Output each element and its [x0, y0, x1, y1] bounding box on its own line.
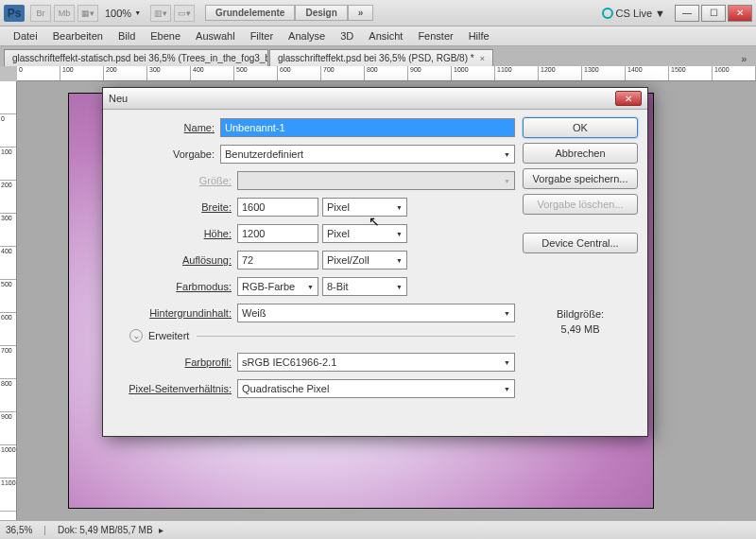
save-preset-button[interactable]: Vorgabe speichern...	[523, 168, 638, 189]
maximize-button[interactable]: ☐	[701, 5, 726, 22]
close-button[interactable]: ✕	[728, 5, 752, 22]
menu-filter[interactable]: Filter	[243, 28, 281, 43]
colorprofile-dropdown[interactable]: sRGB IEC61966-2.1▼	[237, 353, 515, 372]
background-label: Hintergrundinhalt:	[112, 307, 237, 319]
menu-bild[interactable]: Bild	[111, 28, 143, 43]
new-document-dialog: Neu ✕ Name: Unbenannt-1 Vorgabe: Benutze…	[102, 87, 648, 437]
chevron-icon: ⌵	[129, 329, 143, 342]
document-tab[interactable]: glasschrifteffekt-statisch.psd bei 36,5%…	[4, 49, 268, 66]
menu-bearbeiten[interactable]: Bearbeiten	[45, 28, 111, 43]
height-unit-dropdown[interactable]: Pixel▼	[322, 224, 407, 243]
device-central-button[interactable]: Device Central...	[523, 233, 638, 253]
filesize-label: Bildgröße:	[523, 308, 638, 320]
bridge-icon[interactable]: Br	[30, 5, 51, 22]
dialog-titlebar[interactable]: Neu ✕	[103, 88, 647, 110]
screenmode-icon[interactable]: ▭▾	[174, 5, 195, 22]
workspace-tab-design[interactable]: Design	[295, 5, 347, 21]
statusbar: 36,5% | Dok: 5,49 MB/85,7 MB ▸	[0, 520, 756, 539]
width-input[interactable]: 1600	[237, 198, 318, 217]
minibridge-icon[interactable]: Mb	[54, 5, 75, 22]
document-tabs: glasschrifteffekt-statisch.psd bei 36,5%…	[0, 46, 756, 66]
colormode-label: Farbmodus:	[112, 281, 237, 292]
dialog-title: Neu	[109, 93, 128, 104]
view-extras-icon[interactable]: ▦▾	[77, 5, 98, 22]
resolution-label: Auflösung:	[112, 254, 237, 266]
document-tab[interactable]: glasschrifteffekt.psd bei 36,5% (PSD, RG…	[269, 49, 493, 66]
colormode-dropdown[interactable]: RGB-Farbe▼	[237, 277, 318, 296]
name-input[interactable]: Unbenannt-1	[220, 118, 515, 137]
zoom-dropdown[interactable]: 100%▼	[101, 7, 145, 20]
pixelaspect-dropdown[interactable]: Quadratische Pixel▼	[237, 379, 515, 398]
filesize-value: 5,49 MB	[523, 323, 638, 335]
bitdepth-dropdown[interactable]: 8-Bit▼	[322, 277, 407, 296]
width-unit-dropdown[interactable]: Pixel▼	[322, 198, 407, 217]
background-dropdown[interactable]: Weiß▼	[237, 304, 515, 322]
cslive-button[interactable]: CS Live▼	[602, 8, 665, 19]
status-caret-icon[interactable]: ▸	[159, 525, 163, 535]
advanced-toggle[interactable]: ⌵ Erweitert	[129, 329, 515, 342]
tab-close-icon[interactable]: ×	[480, 54, 485, 63]
menu-ebene[interactable]: Ebene	[143, 28, 188, 43]
pixelaspect-label: Pixel-Seitenverhältnis:	[112, 383, 237, 394]
status-zoom[interactable]: 36,5%	[6, 525, 32, 535]
menu-3d[interactable]: 3D	[333, 28, 361, 43]
resolution-input[interactable]: 72	[237, 251, 318, 270]
colorprofile-label: Farbprofil:	[112, 356, 237, 368]
menu-fenster[interactable]: Fenster	[410, 28, 460, 43]
width-label: Breite:	[112, 201, 237, 213]
ruler-horizontal: 0100200300400500600700800900100011001200…	[17, 66, 756, 81]
cancel-button[interactable]: Abbrechen	[523, 143, 638, 164]
photoshop-logo: Ps	[4, 5, 25, 22]
workspace-more[interactable]: »	[348, 5, 374, 21]
menubar: Datei Bearbeiten Bild Ebene Auswahl Filt…	[0, 26, 756, 46]
menu-analyse[interactable]: Analyse	[281, 28, 333, 43]
arrange-icon[interactable]: ▥▾	[150, 5, 171, 22]
name-label: Name:	[112, 122, 220, 133]
menu-ansicht[interactable]: Ansicht	[361, 28, 410, 43]
zoom-value: 100%	[105, 8, 131, 19]
workspace-tab-essentials[interactable]: Grundelemente	[205, 5, 295, 21]
height-input[interactable]: 1200	[237, 224, 318, 243]
tab-overflow[interactable]: »	[735, 52, 752, 66]
menu-auswahl[interactable]: Auswahl	[188, 28, 243, 43]
menu-hilfe[interactable]: Hilfe	[461, 28, 497, 43]
resolution-unit-dropdown[interactable]: Pixel/Zoll▼	[322, 251, 407, 270]
height-label: Höhe:	[112, 228, 237, 239]
minimize-button[interactable]: —	[675, 5, 699, 22]
dialog-close-button[interactable]: ✕	[615, 91, 642, 106]
size-label: Größe:	[112, 175, 237, 186]
size-dropdown: ▼	[237, 171, 515, 190]
menu-datei[interactable]: Datei	[6, 28, 45, 43]
ok-button[interactable]: OK	[523, 117, 638, 138]
titlebar: Ps Br Mb ▦▾ 100%▼ ▥▾ ▭▾ Grundelemente De…	[0, 0, 756, 26]
status-doc: Dok: 5,49 MB/85,7 MB	[58, 525, 153, 535]
preset-dropdown[interactable]: Benutzerdefiniert▼	[220, 145, 515, 164]
ruler-vertical: 010020030040050060070080090010001100	[0, 81, 17, 520]
cslive-icon	[602, 8, 613, 19]
preset-label: Vorgabe:	[112, 148, 220, 160]
delete-preset-button: Vorgabe löschen...	[523, 194, 638, 215]
